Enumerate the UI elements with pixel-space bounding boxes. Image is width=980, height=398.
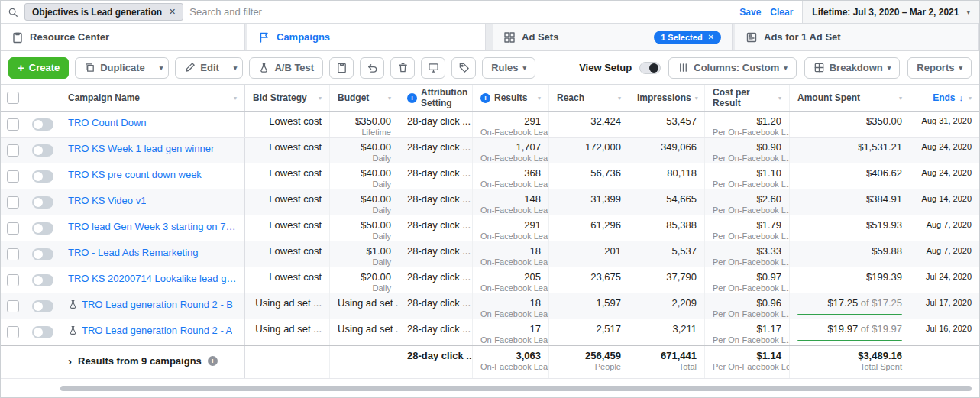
copy-settings-button[interactable] [329,57,354,79]
preview-button[interactable] [421,57,445,79]
tab-ad-sets[interactable]: Ad Sets 1 Selected ✕ [493,24,733,50]
campaign-name-link[interactable]: TRO - Lead Ads Remarketing [68,247,199,258]
date-range-label: Lifetime: Jul 3, 2020 – Mar 2, 2021 [812,7,959,18]
results-cell: 18On-Facebook Leads [473,293,549,319]
tag-button[interactable] [451,57,476,79]
cpr-value: $1.79 [713,219,781,231]
campaign-name-link[interactable]: TRO KS 20200714 Lookalike lead gen [68,273,237,284]
reach-value: 2,517 [557,323,621,335]
row-checkbox[interactable] [7,222,19,235]
select-all-checkbox[interactable] [7,92,19,104]
impressions-cell: 85,388 [629,215,705,241]
horizontal-scrollbar[interactable] [60,386,972,391]
header-amount-spent[interactable]: Amount Spent▾ [790,85,910,111]
ends-value: Aug 24, 2020 [918,167,972,178]
row-checkbox[interactable] [7,300,19,312]
sort-caret-icon: ▾ [618,95,621,102]
header-ends[interactable]: Ends↓▾ [910,85,979,111]
summary-results-cell: 3,063On-Facebook Leads [473,346,549,378]
row-checkbox[interactable] [7,248,19,260]
attribution-cell: 28-day click ... [399,138,473,163]
campaign-name-link[interactable]: TRO KS pre count down week [68,169,202,180]
header-results[interactable]: iResults▾ [473,85,549,111]
cost-per-result-cell: $2.60Per On-Facebook L... [705,189,790,215]
rules-button[interactable]: Rules ▾ [482,57,535,79]
badge-close-icon[interactable]: ✕ [708,33,714,41]
ab-test-button[interactable]: A/B Test [249,57,323,79]
reports-button[interactable]: Reports ▾ [907,57,972,79]
attribution-cell: 28-day click ... [399,163,473,189]
resource-center-button[interactable]: Resource Center [1,24,245,50]
amount-spent-cell: $199.39 [790,267,910,293]
reach-cell: 172,000 [549,138,629,163]
create-button[interactable]: + Create [8,57,69,79]
bid-strategy-cell: Using ad set ... [245,293,330,319]
edit-menu-button[interactable]: ▾ [228,57,244,79]
campaign-active-toggle[interactable] [32,274,53,286]
campaign-name-link[interactable]: TRO Lead generation Round 2 - A [82,325,232,336]
header-impressions[interactable]: Impressions▾ [629,85,705,111]
ends-value: Aug 7, 2020 [918,245,972,256]
ab-test-icon [68,325,78,338]
campaign-name-link[interactable]: TRO Count Down [68,117,147,128]
view-setup-toggle[interactable] [639,62,661,74]
results-type: On-Facebook Leads [480,205,541,215]
campaign-active-toggle[interactable] [32,196,53,209]
tab-campaigns[interactable]: Campaigns [247,24,486,50]
campaign-active-toggle[interactable] [32,118,53,131]
campaign-active-toggle[interactable] [32,144,53,157]
row-checkbox[interactable] [7,118,19,131]
expand-chevron-icon[interactable]: › [68,355,72,367]
row-checkbox[interactable] [7,196,19,209]
header-attribution[interactable]: iAttribution Setting [399,85,473,111]
header-budget[interactable]: Budget▾ [330,85,399,111]
header-reach[interactable]: Reach▾ [549,85,629,111]
campaign-active-toggle[interactable] [32,222,53,235]
budget-type: Daily [338,231,391,241]
save-link[interactable]: Save [739,7,761,18]
row-checkbox[interactable] [7,274,19,286]
campaign-active-toggle[interactable] [32,326,53,338]
duplicate-menu-button[interactable]: ▾ [154,57,170,79]
actions-toolbar: + Create Duplicate ▾ Edit ▾ A/B Test [1,51,979,84]
spend-progress-bar [797,340,902,341]
summary-reach-cell: 256,459People [549,346,629,378]
row-checkbox[interactable] [7,144,19,157]
impressions-cell: 349,066 [629,138,705,163]
columns-button[interactable]: Columns: Custom ▾ [668,57,796,79]
edit-button[interactable]: Edit [175,57,228,79]
chip-close-icon[interactable]: ✕ [169,7,176,17]
chevron-down-icon: ▾ [160,64,163,72]
row-checkbox[interactable] [7,326,19,338]
header-bid-strategy[interactable]: Bid Strategy▾ [245,85,330,111]
header-campaign-name[interactable]: Campaign Name ▾ [60,85,245,111]
duplicate-button[interactable]: Duplicate [75,57,154,79]
spent-value: $199.39 [866,271,902,283]
row-checkbox[interactable] [7,170,19,183]
campaign-name-cell: TRO - Lead Ads Remarketing [60,241,245,267]
attribution-cell: 28-day click ... [399,267,473,293]
campaign-active-toggle[interactable] [32,300,53,312]
header-cost-per-result[interactable]: Cost per Result▾ [705,85,790,111]
results-cell: 205On-Facebook Leads [473,267,549,293]
results-value: 368 [480,167,541,179]
filter-chip[interactable]: Objectives is Lead generation ✕ [24,3,183,21]
search-input[interactable] [189,6,733,18]
campaign-name-cell: TRO KS Video v1 [60,189,245,215]
budget-cell: $350.00Lifetime [330,112,399,137]
breakdown-button[interactable]: Breakdown ▾ [804,57,901,79]
campaign-active-toggle[interactable] [32,170,53,183]
selected-count-badge[interactable]: 1 Selected ✕ [654,31,721,44]
campaign-name-link[interactable]: TRO lead Gen Week 3 starting on 7/24 [68,221,237,232]
undo-button[interactable] [360,57,384,79]
campaign-active-toggle[interactable] [32,248,53,260]
clear-link[interactable]: Clear [770,7,793,18]
duplicate-label: Duplicate [100,62,145,73]
campaign-name-link[interactable]: TRO Lead generation Round 2 - B [82,299,233,310]
delete-button[interactable] [390,57,415,79]
campaign-name-link[interactable]: TRO KS Week 1 lead gen winner [68,143,214,154]
row-toggle-cell [25,189,60,215]
date-range-picker[interactable]: Lifetime: Jul 3, 2020 – Mar 2, 2021 ▾ [802,1,979,23]
tab-ads[interactable]: Ads for 1 Ad Set [735,24,979,50]
campaign-name-link[interactable]: TRO KS Video v1 [68,195,146,206]
